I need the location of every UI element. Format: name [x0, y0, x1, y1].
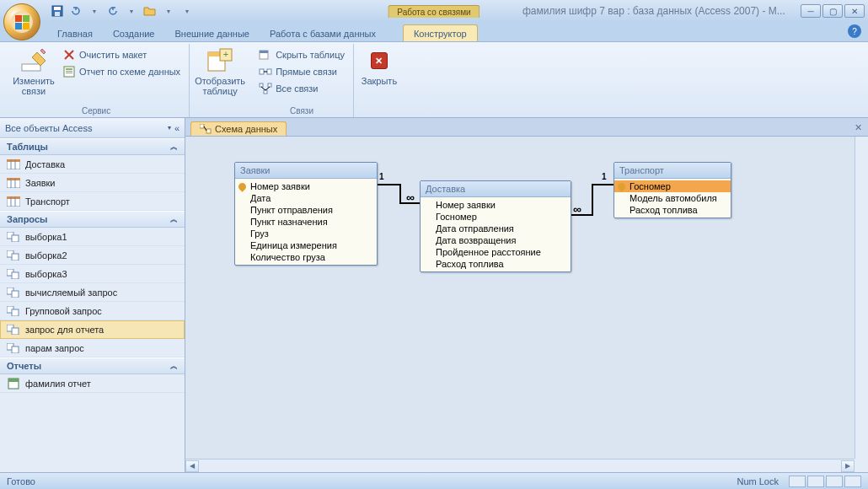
horizontal-scrollbar[interactable]: ◀ ▶: [185, 459, 855, 472]
query-icon: [7, 268, 20, 280]
table-field[interactable]: Дата отправления: [421, 223, 571, 234]
scroll-left-icon[interactable]: ◀: [185, 460, 199, 472]
table-title[interactable]: Заявки: [235, 163, 377, 179]
show-table-button[interactable]: + Отобразить таблицу: [195, 46, 245, 96]
edit-relations-icon: [20, 47, 47, 74]
direct-relations-button[interactable]: Прямые связи: [255, 64, 348, 79]
document-tabs: Схема данных ✕: [185, 118, 868, 137]
office-button[interactable]: [3, 3, 40, 40]
relations-report-button[interactable]: Отчет по схеме данных: [59, 64, 184, 79]
nav-query-item[interactable]: Групповой запрос: [0, 302, 185, 320]
table-box-dostavka[interactable]: Доставка Номер заявки Госномер Дата отпр…: [420, 180, 571, 272]
nav-query-item[interactable]: выборка2: [0, 246, 185, 265]
close-button[interactable]: ✕: [844, 4, 865, 18]
scroll-right-icon[interactable]: ▶: [841, 460, 855, 472]
close-relations-button[interactable]: ✕ Закрыть: [359, 46, 399, 86]
tab-create[interactable]: Создание: [103, 25, 165, 41]
view-button[interactable]: [826, 476, 843, 487]
restore-button[interactable]: ▢: [822, 4, 843, 18]
relations-canvas[interactable]: Заявки Номер заявки Дата Пункт отправлен…: [185, 137, 868, 472]
table-field[interactable]: Дата: [235, 192, 377, 204]
table-title[interactable]: Доставка: [421, 181, 571, 197]
table-field[interactable]: Пункт назначения: [235, 216, 377, 228]
open-folder-icon[interactable]: [143, 4, 157, 18]
tab-dbtools[interactable]: Работа с базами данных: [260, 25, 386, 41]
report-icon: [62, 65, 76, 78]
table-box-zayavki[interactable]: Заявки Номер заявки Дата Пункт отправлен…: [234, 162, 378, 266]
table-field[interactable]: Модель автомобиля: [614, 192, 731, 204]
view-button[interactable]: [807, 476, 824, 487]
table-field[interactable]: Количество груза: [235, 251, 377, 263]
nav-query-item[interactable]: выборка1: [0, 228, 185, 246]
svg-rect-1: [54, 7, 61, 10]
report-icon: [7, 378, 20, 390]
nav-pane-header[interactable]: Все объекты Access ▾«: [0, 118, 185, 138]
document-tab[interactable]: Схема данных: [190, 121, 287, 136]
collapse-icon[interactable]: «: [174, 123, 179, 133]
undo-icon[interactable]: [69, 4, 83, 18]
table-field[interactable]: Пункт отправления: [235, 204, 377, 216]
view-button[interactable]: [789, 476, 806, 487]
category-queries[interactable]: Запросы︽: [0, 211, 185, 228]
nav-table-item[interactable]: Заявки: [0, 174, 185, 192]
minimize-button[interactable]: ─: [801, 4, 821, 18]
svg-rect-7: [66, 68, 72, 70]
nav-query-item[interactable]: парам запрос: [0, 339, 185, 357]
clear-layout-button[interactable]: Очистить макет: [59, 47, 184, 62]
redo-icon[interactable]: [106, 4, 120, 18]
tab-design[interactable]: Конструктор: [403, 24, 478, 41]
office-logo-icon: [15, 15, 29, 30]
table-field[interactable]: Груз: [235, 228, 377, 239]
quick-access-toolbar: ▼ ▼ ▼ ▼: [51, 4, 194, 18]
tab-external[interactable]: Внешние данные: [165, 25, 260, 41]
table-field[interactable]: Номер заявки: [235, 180, 377, 192]
nav-report-item[interactable]: фамилия отчет: [0, 374, 185, 393]
edit-relations-button[interactable]: Изменить связи: [8, 46, 59, 96]
vertical-scrollbar[interactable]: [855, 137, 868, 459]
help-icon[interactable]: ?: [848, 24, 861, 38]
qat-customize-icon[interactable]: ▼: [180, 4, 194, 18]
table-field[interactable]: Расход топлива: [614, 204, 731, 216]
dropdown-icon[interactable]: ▾: [168, 124, 171, 132]
relation-one: 1: [602, 172, 607, 181]
table-box-transport[interactable]: Транспорт Госномер Модель автомобиля Рас…: [613, 162, 731, 218]
svg-rect-17: [267, 69, 271, 74]
table-field[interactable]: Дата возвращения: [421, 234, 571, 246]
table-icon: [7, 159, 20, 170]
table-field[interactable]: Пройденное расстояние: [421, 246, 571, 258]
nav-query-item[interactable]: вычисляемый запрос: [0, 283, 185, 302]
relation-line[interactable]: [378, 184, 399, 185]
dropdown-icon[interactable]: ▼: [88, 4, 101, 18]
save-icon[interactable]: [51, 4, 64, 18]
relation-line[interactable]: [399, 184, 401, 202]
table-field[interactable]: Единица измерения: [235, 239, 377, 251]
category-reports[interactable]: Отчеты︽: [0, 357, 185, 374]
svg-rect-53: [206, 129, 211, 133]
relation-line[interactable]: [592, 184, 613, 185]
svg-rect-39: [12, 254, 19, 261]
svg-rect-41: [12, 272, 19, 279]
nav-table-item[interactable]: Транспорт: [0, 192, 185, 211]
table-field[interactable]: Госномер: [614, 180, 731, 192]
tab-close-button[interactable]: ✕: [851, 121, 865, 134]
hide-table-button[interactable]: Скрыть таблицу: [255, 47, 348, 62]
view-button[interactable]: [844, 476, 861, 487]
hide-table-icon: [259, 48, 272, 62]
dropdown-icon[interactable]: ▼: [162, 4, 175, 18]
table-field[interactable]: Расход топлива: [421, 258, 571, 270]
table-field[interactable]: Номер заявки: [421, 199, 571, 211]
relations-icon: [200, 124, 212, 134]
nav-query-item[interactable]: выборка3: [0, 265, 185, 283]
category-tables[interactable]: Таблицы︽: [0, 138, 185, 155]
chevron-up-icon: ︽: [170, 214, 178, 225]
table-field[interactable]: Госномер: [421, 211, 571, 223]
clear-icon: [62, 48, 76, 62]
tab-home[interactable]: Главная: [47, 25, 103, 41]
table-title[interactable]: Транспорт: [614, 163, 731, 179]
nav-query-item[interactable]: запрос для отчета: [0, 320, 185, 339]
all-relations-button[interactable]: Все связи: [255, 81, 348, 96]
svg-rect-45: [12, 309, 19, 316]
nav-table-item[interactable]: Доставка: [0, 155, 185, 174]
relation-line[interactable]: [592, 184, 593, 216]
dropdown-icon[interactable]: ▼: [125, 4, 138, 18]
